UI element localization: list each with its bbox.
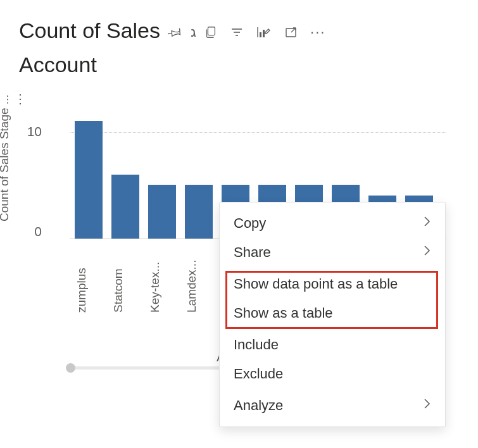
context-menu: Copy Share Show data point as a table Sh… <box>219 202 446 427</box>
menu-label: Copy <box>234 215 266 232</box>
menu-label: Show data point as a table <box>234 276 398 292</box>
filter-icon[interactable] <box>229 25 244 40</box>
menu-item-show-as-table[interactable]: Show as a table <box>220 299 445 328</box>
chevron-right-icon <box>422 397 431 414</box>
chart-title-line2: Account <box>11 51 325 85</box>
y-tick: 0 <box>34 224 42 239</box>
y-tick: 10 <box>27 124 42 139</box>
personalize-icon[interactable] <box>256 25 272 40</box>
chart-title-line1: Count of Sales <box>11 10 160 51</box>
x-label: Lamdex... <box>185 243 213 313</box>
pin-icon[interactable] <box>168 25 183 40</box>
y-axis-label: Count of Sales Stage ... <box>0 95 11 222</box>
svg-rect-5 <box>260 32 261 37</box>
svg-rect-6 <box>263 30 265 37</box>
scrollbar-thumb[interactable] <box>66 363 75 373</box>
menu-item-analyze[interactable]: Analyze <box>220 391 445 420</box>
menu-item-share[interactable]: Share <box>220 238 445 267</box>
partial-text: ג <box>191 24 196 40</box>
menu-label: Share <box>234 244 271 261</box>
x-label: Statcom <box>111 243 139 313</box>
more-options-icon[interactable]: ··· <box>310 24 325 40</box>
chevron-right-icon <box>422 215 431 232</box>
y-axis-menu-icon[interactable]: ⋮ <box>14 91 25 106</box>
x-label: Key-tex... <box>148 243 176 313</box>
bar[interactable] <box>111 175 139 239</box>
bar[interactable] <box>75 121 103 239</box>
svg-rect-0 <box>208 27 215 35</box>
menu-item-copy[interactable]: Copy <box>220 209 445 238</box>
bar[interactable] <box>185 185 213 239</box>
visual-toolbar: ג ··· <box>168 20 325 40</box>
menu-label: Include <box>234 337 279 353</box>
focus-mode-icon[interactable] <box>284 25 299 40</box>
chevron-right-icon <box>422 244 431 261</box>
menu-item-exclude[interactable]: Exclude <box>220 359 445 389</box>
menu-label: Analyze <box>234 397 283 414</box>
menu-label: Exclude <box>234 366 283 382</box>
menu-item-show-data-point[interactable]: Show data point as a table <box>220 270 445 299</box>
menu-item-include[interactable]: Include <box>220 330 445 359</box>
x-label: zumplus <box>75 243 103 313</box>
bar[interactable] <box>148 185 176 239</box>
copy-visual-icon[interactable] <box>204 25 218 39</box>
menu-label: Show as a table <box>234 305 333 321</box>
